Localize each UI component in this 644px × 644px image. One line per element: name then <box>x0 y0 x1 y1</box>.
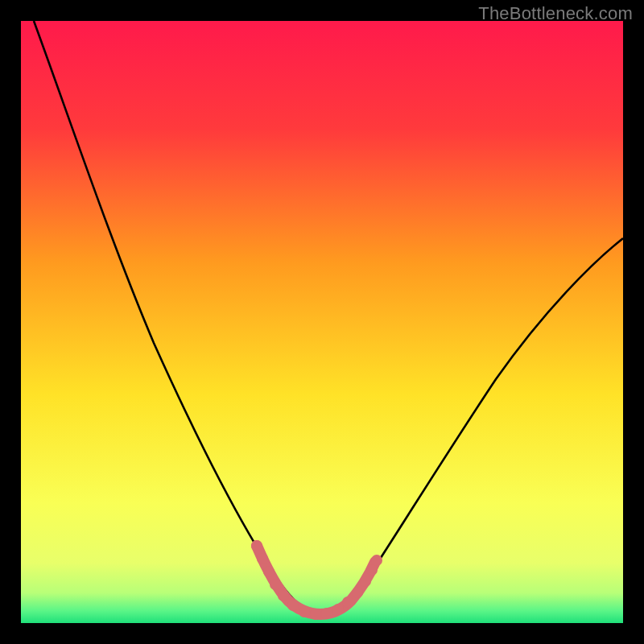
svg-point-0 <box>251 540 262 551</box>
chart-svg <box>21 21 623 623</box>
svg-point-11 <box>352 587 363 598</box>
chart-frame: TheBottleneck.com <box>0 0 644 644</box>
svg-point-13 <box>366 564 378 576</box>
svg-point-14 <box>371 555 382 566</box>
svg-point-3 <box>270 579 281 590</box>
svg-point-10 <box>342 597 353 608</box>
svg-point-5 <box>287 600 299 611</box>
svg-point-12 <box>360 576 371 587</box>
svg-point-1 <box>257 553 268 564</box>
svg-point-6 <box>299 606 310 617</box>
svg-point-8 <box>321 608 332 619</box>
svg-point-2 <box>263 566 275 577</box>
svg-point-9 <box>332 604 344 615</box>
plot-area <box>21 21 623 623</box>
svg-point-4 <box>278 590 289 601</box>
gradient-background <box>21 21 623 623</box>
watermark-text: TheBottleneck.com <box>478 3 633 24</box>
svg-point-7 <box>310 609 321 620</box>
